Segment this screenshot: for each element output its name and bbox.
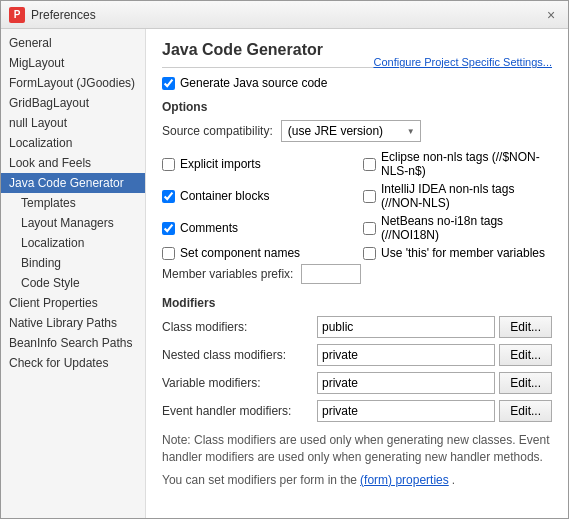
- modifier-row-variable_modifiers: Variable modifiers:Edit...: [162, 372, 552, 394]
- sidebar-item-localization1[interactable]: Localization: [1, 133, 145, 153]
- checkbox-label-use_this: Use 'this' for member variables: [381, 246, 545, 260]
- sidebar-item-miglayout[interactable]: MigLayout: [1, 53, 145, 73]
- source-compat-dropdown[interactable]: (use JRE version): [281, 120, 421, 142]
- sidebar-item-beaninfo[interactable]: BeanInfo Search Paths: [1, 333, 145, 353]
- modifier-input-variable_modifiers[interactable]: [317, 372, 495, 394]
- checkbox-row-use_this: Use 'this' for member variables: [363, 246, 552, 260]
- modifier-input-event_handler_modifiers[interactable]: [317, 400, 495, 422]
- header-area: Java Code Generator Configure Project Sp…: [162, 41, 552, 76]
- modifier-label-variable_modifiers: Variable modifiers:: [162, 376, 317, 390]
- checkbox-label-netbeans_i18n: NetBeans no-i18n tags (//NOI18N): [381, 214, 552, 242]
- checkbox-intellij_nls[interactable]: [363, 190, 376, 203]
- app-icon: P: [9, 7, 25, 23]
- member-prefix-label: Member variables prefix:: [162, 267, 293, 281]
- sidebar: GeneralMigLayoutFormLayout (JGoodies)Gri…: [1, 29, 146, 518]
- content-area: GeneralMigLayoutFormLayout (JGoodies)Gri…: [1, 29, 568, 518]
- checkbox-label-eclipse_nls: Eclipse non-nls tags (//$NON-NLS-n$): [381, 150, 552, 178]
- edit-button-class_modifiers[interactable]: Edit...: [499, 316, 552, 338]
- member-prefix-input[interactable]: [301, 264, 361, 284]
- sidebar-item-checkupdates[interactable]: Check for Updates: [1, 353, 145, 373]
- checkbox-row-explicit_imports: Explicit imports: [162, 150, 351, 178]
- sidebar-item-binding[interactable]: Binding: [1, 253, 145, 273]
- modifier-label-nested_class_modifiers: Nested class modifiers:: [162, 348, 317, 362]
- modifier-input-class_modifiers[interactable]: [317, 316, 495, 338]
- sidebar-item-clientproperties[interactable]: Client Properties: [1, 293, 145, 313]
- source-compat-label: Source compatibility:: [162, 124, 273, 138]
- checkbox-row-eclipse_nls: Eclipse non-nls tags (//$NON-NLS-n$): [363, 150, 552, 178]
- modifier-input-nested_class_modifiers[interactable]: [317, 344, 495, 366]
- checkbox-container_blocks[interactable]: [162, 190, 175, 203]
- checkboxes-grid: Explicit importsEclipse non-nls tags (//…: [162, 150, 552, 260]
- modifier-label-class_modifiers: Class modifiers:: [162, 320, 317, 334]
- member-prefix-row: Member variables prefix:: [162, 264, 552, 284]
- sidebar-item-gridbaglayout[interactable]: GridBagLayout: [1, 93, 145, 113]
- modifier-row-nested_class_modifiers: Nested class modifiers:Edit...: [162, 344, 552, 366]
- source-compat-value: (use JRE version): [288, 124, 383, 138]
- sidebar-item-nulllayout[interactable]: null Layout: [1, 113, 145, 133]
- configure-link[interactable]: Configure Project Specific Settings...: [373, 56, 552, 68]
- window-title: Preferences: [31, 8, 96, 22]
- checkbox-netbeans_i18n[interactable]: [363, 222, 376, 235]
- sidebar-item-formlayout[interactable]: FormLayout (JGoodies): [1, 73, 145, 93]
- sidebar-item-javacodegenerator[interactable]: Java Code Generator: [1, 173, 145, 193]
- checkbox-row-intellij_nls: IntelliJ IDEA non-nls tags (//NON-NLS): [363, 182, 552, 210]
- edit-button-variable_modifiers[interactable]: Edit...: [499, 372, 552, 394]
- edit-button-event_handler_modifiers[interactable]: Edit...: [499, 400, 552, 422]
- sidebar-item-nativelibrary[interactable]: Native Library Paths: [1, 313, 145, 333]
- modifiers-header: Modifiers: [162, 296, 552, 310]
- checkbox-label-explicit_imports: Explicit imports: [180, 157, 261, 171]
- title-bar-left: P Preferences: [9, 7, 96, 23]
- sidebar-item-general[interactable]: General: [1, 33, 145, 53]
- form-properties-suffix: .: [452, 473, 455, 487]
- note-text: Note: Class modifiers are used only when…: [162, 432, 552, 466]
- close-button[interactable]: ×: [542, 6, 560, 24]
- source-row: Source compatibility: (use JRE version): [162, 120, 552, 142]
- checkbox-row-comments: Comments: [162, 214, 351, 242]
- sidebar-item-templates[interactable]: Templates: [1, 193, 145, 213]
- modifier-row-event_handler_modifiers: Event handler modifiers:Edit...: [162, 400, 552, 422]
- form-properties-row: You can set modifiers per form in the (f…: [162, 472, 552, 489]
- modifier-label-event_handler_modifiers: Event handler modifiers:: [162, 404, 317, 418]
- checkbox-row-netbeans_i18n: NetBeans no-i18n tags (//NOI18N): [363, 214, 552, 242]
- checkbox-label-comments: Comments: [180, 221, 238, 235]
- main-panel: Java Code Generator Configure Project Sp…: [146, 29, 568, 518]
- note-content: Note: Class modifiers are used only when…: [162, 433, 550, 464]
- title-bar: P Preferences ×: [1, 1, 568, 29]
- checkbox-row-container_blocks: Container blocks: [162, 182, 351, 210]
- checkbox-use_this[interactable]: [363, 247, 376, 260]
- modifier-row-class_modifiers: Class modifiers:Edit...: [162, 316, 552, 338]
- options-section: Options Source compatibility: (use JRE v…: [162, 100, 552, 284]
- sidebar-item-layoutmanagers[interactable]: Layout Managers: [1, 213, 145, 233]
- checkbox-comments[interactable]: [162, 222, 175, 235]
- checkbox-row-set_component_names: Set component names: [162, 246, 351, 260]
- checkbox-set_component_names[interactable]: [162, 247, 175, 260]
- sidebar-item-localization2[interactable]: Localization: [1, 233, 145, 253]
- preferences-window: P Preferences × GeneralMigLayoutFormLayo…: [0, 0, 569, 519]
- sidebar-item-lookandfeels[interactable]: Look and Feels: [1, 153, 145, 173]
- checkbox-label-container_blocks: Container blocks: [180, 189, 269, 203]
- form-properties-link[interactable]: (form) properties: [360, 473, 449, 487]
- modifiers-section: Modifiers Class modifiers:Edit...Nested …: [162, 296, 552, 422]
- checkbox-explicit_imports[interactable]: [162, 158, 175, 171]
- generate-row: Generate Java source code: [162, 76, 552, 90]
- checkbox-label-intellij_nls: IntelliJ IDEA non-nls tags (//NON-NLS): [381, 182, 552, 210]
- checkbox-eclipse_nls[interactable]: [363, 158, 376, 171]
- generate-label: Generate Java source code: [180, 76, 327, 90]
- edit-button-nested_class_modifiers[interactable]: Edit...: [499, 344, 552, 366]
- checkbox-label-set_component_names: Set component names: [180, 246, 300, 260]
- sidebar-item-codestyle[interactable]: Code Style: [1, 273, 145, 293]
- generate-checkbox[interactable]: [162, 77, 175, 90]
- form-properties-prefix: You can set modifiers per form in the: [162, 473, 357, 487]
- options-header: Options: [162, 100, 552, 114]
